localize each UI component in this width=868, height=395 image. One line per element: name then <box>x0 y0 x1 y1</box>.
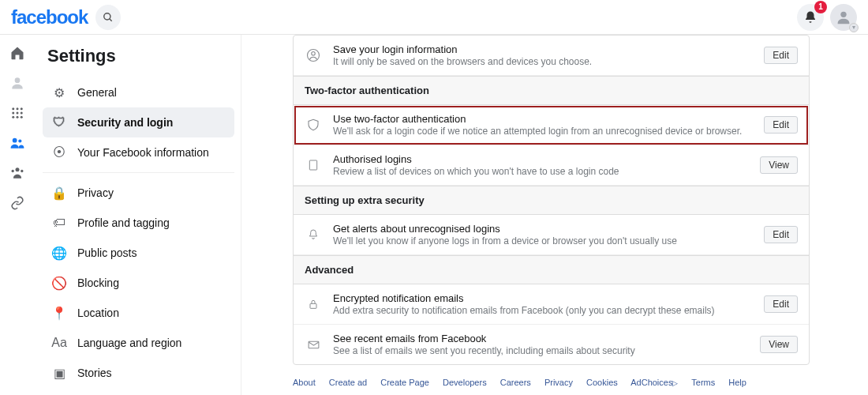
settings-panel: Save your login information It will only… <box>293 35 810 365</box>
nav-your-facebook-information[interactable]: ⦿Your Facebook information <box>43 137 234 167</box>
left-rail <box>0 35 35 395</box>
row-encrypted-emails[interactable]: Encrypted notification emails Add extra … <box>294 284 809 325</box>
row-title: Get alerts about unrecognised logins <box>333 223 753 235</box>
row-desc: Add extra security to notification email… <box>333 305 753 316</box>
row-recent-emails[interactable]: See recent emails from Facebook See a li… <box>294 325 809 364</box>
view-button[interactable]: View <box>760 156 798 174</box>
svg-point-0 <box>104 13 110 19</box>
friends-icon[interactable] <box>9 134 26 152</box>
svg-point-7 <box>12 112 14 115</box>
bell-outline-icon <box>305 228 322 241</box>
adchoices-icon: ▷ <box>672 379 678 387</box>
nav-blocking[interactable]: 🚫Blocking <box>43 268 234 298</box>
svg-rect-22 <box>309 341 319 348</box>
device-icon <box>305 159 322 171</box>
language-icon: Aa <box>51 334 68 352</box>
nav-stories[interactable]: ▣Stories <box>43 358 234 388</box>
section-extra-security: Setting up extra security <box>294 186 809 215</box>
nav-location[interactable]: 📍Location <box>43 298 234 328</box>
footer-link[interactable]: Create Page <box>380 378 429 387</box>
grid-icon[interactable] <box>9 104 26 122</box>
search-button[interactable] <box>95 5 121 30</box>
facebook-logo[interactable]: facebook <box>11 6 88 28</box>
pin-icon: 📍 <box>51 304 68 322</box>
nav-privacy[interactable]: 🔒Privacy <box>43 178 234 208</box>
nav-language-and-region[interactable]: AaLanguage and region <box>43 328 234 358</box>
footer-link-adchoices[interactable]: AdChoices▷ <box>630 378 678 387</box>
link-icon[interactable] <box>9 194 26 212</box>
settings-heading: Settings <box>47 46 234 66</box>
row-desc: It will only be saved on the browsers an… <box>333 56 753 67</box>
notification-badge: 1 <box>814 1 827 13</box>
row-title: Encrypted notification emails <box>333 292 753 304</box>
footer-link[interactable]: Help <box>728 378 746 387</box>
row-authorised-logins[interactable]: Authorised logins Review a list of devic… <box>294 145 809 186</box>
svg-point-12 <box>21 116 23 118</box>
svg-point-2 <box>840 11 846 17</box>
blocking-icon: 🚫 <box>51 274 68 292</box>
row-desc: We'll ask for a login code if we notice … <box>333 126 753 137</box>
svg-point-16 <box>12 170 14 172</box>
nav-general[interactable]: ⚙General <box>43 77 234 107</box>
footer-link[interactable]: Terms <box>691 378 715 387</box>
svg-rect-21 <box>310 303 316 308</box>
footer-link[interactable]: Careers <box>500 378 531 387</box>
svg-point-4 <box>12 107 14 110</box>
content-area: Save your login information It will only… <box>241 35 868 395</box>
tag-icon: 🏷 <box>51 214 68 231</box>
search-icon <box>103 12 114 23</box>
svg-point-11 <box>17 116 19 118</box>
svg-line-1 <box>110 18 112 21</box>
person-circle-icon <box>305 48 322 62</box>
groups-icon[interactable] <box>9 164 26 182</box>
edit-button[interactable]: Edit <box>764 295 798 313</box>
section-two-factor: Two-factor authentication <box>294 76 809 105</box>
bell-icon <box>803 10 817 24</box>
svg-point-8 <box>17 112 19 115</box>
notifications-button[interactable]: 1 <box>797 4 824 31</box>
shield-icon: 🛡 <box>51 114 68 131</box>
home-icon[interactable] <box>9 44 26 62</box>
info-icon: ⦿ <box>51 144 68 161</box>
row-title: See recent emails from Facebook <box>333 333 749 344</box>
svg-rect-20 <box>309 160 316 170</box>
footer-link[interactable]: Cookies <box>586 378 618 387</box>
row-title: Use two-factor authentication <box>333 113 753 125</box>
footer-link[interactable]: About <box>293 378 316 387</box>
top-bar: facebook 1 ▾ <box>0 0 868 35</box>
row-get-alerts[interactable]: Get alerts about unrecognised logins We'… <box>294 215 809 255</box>
envelope-icon <box>305 338 322 352</box>
footer-link[interactable]: Create ad <box>329 378 367 387</box>
edit-button[interactable]: Edit <box>764 116 798 134</box>
edit-button[interactable]: Edit <box>764 226 798 243</box>
nav-journalist-resources[interactable]: 👤Journalist resources <box>43 388 234 395</box>
nav-security-and-login[interactable]: 🛡Security and login <box>43 107 234 137</box>
shield-outline-icon <box>305 118 322 132</box>
footer-links: About Create ad Create Page Developers C… <box>293 378 810 387</box>
svg-point-13 <box>13 138 17 143</box>
svg-point-14 <box>18 139 21 142</box>
row-use-two-factor[interactable]: Use two-factor authentication We'll ask … <box>294 105 809 145</box>
footer-link[interactable]: Privacy <box>544 378 573 387</box>
svg-point-19 <box>312 52 316 56</box>
footer-link[interactable]: Developers <box>443 378 487 387</box>
row-save-login[interactable]: Save your login information It will only… <box>294 36 809 76</box>
globe-icon: 🌐 <box>51 244 68 261</box>
lock-icon: 🔒 <box>51 184 68 201</box>
svg-point-3 <box>15 77 21 83</box>
profile-rail-icon[interactable] <box>9 74 26 92</box>
footer: About Create ad Create Page Developers C… <box>293 378 810 395</box>
row-desc: Review a list of devices on which you wo… <box>333 166 749 177</box>
gear-icon: ⚙ <box>51 84 68 101</box>
svg-point-17 <box>21 170 23 172</box>
nav-profile-and-tagging[interactable]: 🏷Profile and tagging <box>43 208 234 238</box>
row-desc: We'll let you know if anyone logs in fro… <box>333 235 753 246</box>
edit-button[interactable]: Edit <box>764 47 798 64</box>
svg-point-5 <box>17 107 19 110</box>
svg-point-6 <box>21 107 23 110</box>
account-menu[interactable]: ▾ <box>830 4 857 31</box>
view-button[interactable]: View <box>760 336 798 353</box>
person-icon <box>835 9 852 26</box>
nav-public-posts[interactable]: 🌐Public posts <box>43 238 234 268</box>
svg-point-10 <box>12 116 14 118</box>
